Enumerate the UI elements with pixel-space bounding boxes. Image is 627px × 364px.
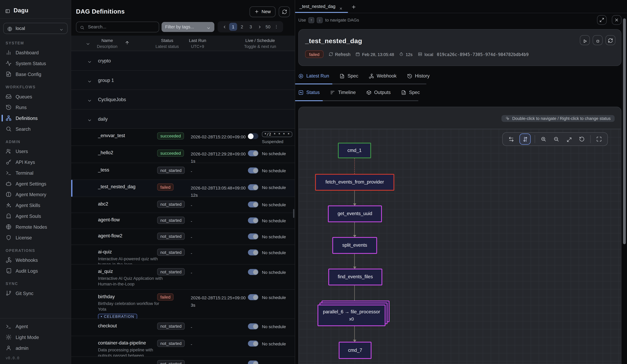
sidebar-item-agent-settings[interactable]: Agent Settings <box>0 178 71 189</box>
environment-select[interactable]: local <box>3 23 68 34</box>
tab-webhook[interactable]: Webhook <box>369 72 397 84</box>
sidebar-item-dashboard[interactable]: Dashboard <box>0 47 71 58</box>
table-row[interactable]: birthdayBirthday celebration workflow fo… <box>71 290 295 319</box>
tab-spec[interactable]: Spec <box>340 72 358 84</box>
sidebar-item-webhooks[interactable]: Webhooks <box>0 255 71 266</box>
live-toggle[interactable] <box>248 201 258 207</box>
sidebar-item-base-config[interactable]: Base Config <box>0 69 71 80</box>
new-dag-button[interactable]: New <box>250 6 275 17</box>
column-live-schedule[interactable]: Live / Schedule Toggle & next run <box>229 38 291 50</box>
table-row[interactable]: agent-flownot_started-No schedule <box>71 213 295 229</box>
subtab-spec[interactable]: Spec <box>401 88 420 101</box>
sidebar-item-system-status[interactable]: System Status <box>0 58 71 69</box>
sidebar-item-users[interactable]: Users <box>0 146 71 157</box>
close-panel-button[interactable] <box>612 15 622 25</box>
refresh-action[interactable]: Refresh <box>329 52 350 56</box>
live-toggle[interactable] <box>248 217 258 223</box>
chevron-down-icon[interactable] <box>87 59 92 63</box>
page-1-button[interactable]: 1 <box>229 23 237 31</box>
page-3-button[interactable]: 3 <box>247 23 255 31</box>
zoom-in-button[interactable] <box>539 135 548 143</box>
live-toggle[interactable] <box>248 150 258 156</box>
sidebar-item-api-keys[interactable]: API Keys <box>0 157 71 168</box>
column-last-run[interactable]: Last Run UTC+9 <box>179 38 216 50</box>
prev-page-button[interactable] <box>220 23 228 31</box>
live-toggle[interactable] <box>248 269 258 275</box>
tag-chip[interactable]: • CELEBRATION <box>98 314 137 319</box>
table-row[interactable]: _test_nested_dagfailed2026-02-28T13:05:4… <box>71 180 295 197</box>
add-tab-button[interactable] <box>348 0 360 13</box>
live-toggle[interactable] <box>248 168 258 174</box>
table-row[interactable]: _hello2succeeded2026-02-28T12:29:28+09:0… <box>71 146 295 163</box>
detail-tab[interactable]: _test_nested_dag <box>295 0 348 13</box>
sidebar-item-terminal[interactable]: Terminal <box>0 168 71 178</box>
sidebar-footer-item-admin[interactable]: admin <box>0 342 71 353</box>
search-input[interactable] <box>87 24 155 30</box>
run-dag-button[interactable] <box>580 35 590 45</box>
layout-vertical-button[interactable] <box>520 134 530 145</box>
table-row[interactable]: checkoutnot_started-No schedule <box>71 319 295 336</box>
subtab-outputs[interactable]: Outputs <box>366 88 391 101</box>
collapse-all-icon[interactable] <box>86 41 90 46</box>
zoom-out-button[interactable] <box>552 135 561 143</box>
live-toggle[interactable] <box>248 323 258 329</box>
live-toggle[interactable] <box>248 233 258 239</box>
panel-left-icon[interactable] <box>5 8 10 13</box>
group-row[interactable]: group 1 <box>71 70 295 90</box>
page-size[interactable]: 50 <box>264 23 272 31</box>
chevron-down-icon[interactable] <box>87 78 92 83</box>
chevron-down-icon[interactable] <box>87 117 92 122</box>
sidebar-item-audit-logs[interactable]: Audit Logs <box>0 266 71 276</box>
group-row[interactable]: daily <box>71 109 295 129</box>
chevron-down-icon[interactable] <box>87 97 92 102</box>
sidebar-item-git-sync[interactable]: Git Sync <box>0 288 71 299</box>
sidebar-footer-item-agent[interactable]: Agent <box>0 321 71 332</box>
table-row[interactable]: container-data-pipelineData processing p… <box>71 336 295 357</box>
table-row[interactable]: _tessnot_started-No schedule <box>71 163 295 180</box>
reset-view-button[interactable] <box>577 135 586 143</box>
live-toggle[interactable] <box>248 133 258 139</box>
tab-latest-run[interactable]: Latest Run <box>298 72 329 84</box>
graph-canvas[interactable] <box>299 129 621 364</box>
sidebar-item-definitions[interactable]: Definitions <box>0 113 71 124</box>
tag-filter-select[interactable]: Filter by tags... <box>161 22 214 32</box>
close-tab-icon[interactable] <box>339 4 343 8</box>
detail-scrollbar[interactable] <box>623 18 626 244</box>
table-row[interactable]: agent-flow2not_started-No schedule <box>71 229 295 245</box>
reload-dag-button[interactable] <box>606 35 616 45</box>
sidebar-item-agent-skills[interactable]: Agent Skills <box>0 200 71 211</box>
sidebar-item-agent-memory[interactable]: Agent Memory <box>0 189 71 200</box>
pagination-menu-button[interactable] <box>272 23 280 31</box>
live-toggle[interactable] <box>248 249 258 255</box>
refresh-list-button[interactable] <box>279 6 290 17</box>
expand-graph-button[interactable] <box>565 135 574 143</box>
sidebar-item-remote-nodes[interactable]: Remote Nodes <box>0 221 71 232</box>
table-row[interactable]: ai_quizInteractive AI Quiz Application w… <box>71 265 295 290</box>
live-toggle[interactable] <box>248 294 258 300</box>
list-scrollbar[interactable] <box>293 209 294 218</box>
layout-horizontal-button[interactable] <box>507 135 516 143</box>
sidebar-item-runs[interactable]: Runs <box>0 102 71 113</box>
fit-view-button[interactable] <box>595 135 604 143</box>
live-toggle[interactable] <box>248 361 258 364</box>
group-row[interactable]: crypto <box>71 51 295 70</box>
page-2-button[interactable]: 2 <box>238 23 246 31</box>
sidebar-item-queues[interactable]: Queues <box>0 91 71 102</box>
sidebar-item-search[interactable]: Search <box>0 124 71 135</box>
subtab-timeline[interactable]: Timeline <box>330 88 356 101</box>
subtab-status[interactable]: Status <box>298 88 320 101</box>
tab-history[interactable]: History <box>407 72 430 84</box>
table-row[interactable]: ai-quizInteractive AI-powered quiz with … <box>71 245 295 265</box>
group-row[interactable]: CycliqueJobs <box>71 90 295 109</box>
stop-dag-button[interactable] <box>593 35 603 45</box>
column-name[interactable]: Name Description <box>91 38 123 50</box>
live-toggle[interactable] <box>248 184 258 190</box>
table-row[interactable]: _envvar_testsucceeded2026-02-28T15:22:00… <box>71 129 295 146</box>
next-page-button[interactable] <box>256 23 263 31</box>
sort-asc-icon[interactable] <box>125 40 129 44</box>
table-row[interactable]: abc2not_started-No schedule <box>71 197 295 213</box>
sidebar-footer-item-light-mode[interactable]: Light Mode <box>0 332 71 343</box>
sidebar-item-license[interactable]: License <box>0 232 71 243</box>
table-row[interactable]: not_started <box>71 357 295 364</box>
expand-panel-button[interactable] <box>597 15 607 25</box>
